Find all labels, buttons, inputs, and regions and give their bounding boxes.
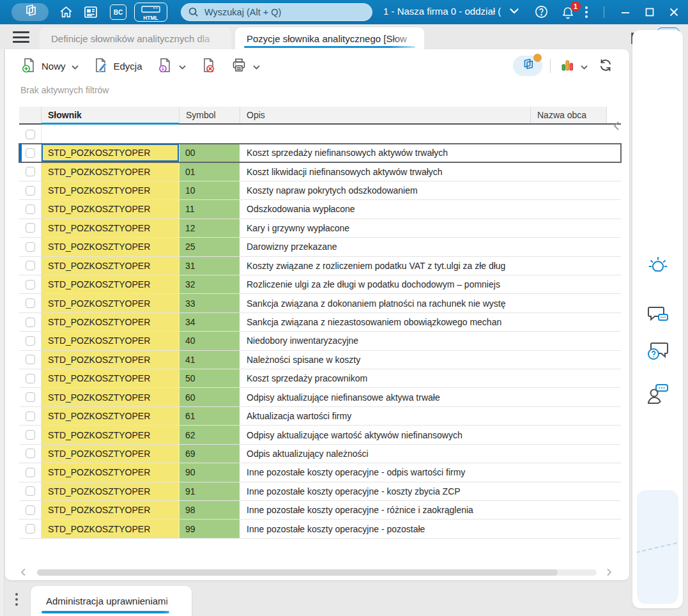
cell-symbol[interactable]: 25 bbox=[180, 238, 240, 256]
cell-opis[interactable]: Odpisy aktualizujące niefinansowe aktywa… bbox=[240, 388, 531, 406]
help-center-button[interactable] bbox=[646, 341, 670, 365]
column-header-slownik[interactable]: Słownik bbox=[42, 107, 180, 123]
table-row[interactable]: STD_POZKOSZTYOPER 91 Inne pozostałe kosz… bbox=[19, 482, 621, 501]
table-row[interactable]: STD_POZKOSZTYOPER 01 Koszt likwidacji ni… bbox=[19, 162, 621, 181]
cell-slownik[interactable]: STD_POZKOSZTYOPER bbox=[42, 351, 180, 369]
cell-nazwa-obca[interactable] bbox=[531, 200, 607, 218]
news-button[interactable] bbox=[83, 5, 98, 22]
row-checkbox[interactable] bbox=[26, 374, 35, 383]
table-row[interactable]: STD_POZKOSZTYOPER 90 Inne pozostałe kosz… bbox=[19, 463, 621, 482]
cell-symbol[interactable]: 10 bbox=[180, 181, 240, 199]
cell-slownik[interactable]: STD_POZKOSZTYOPER bbox=[42, 482, 180, 500]
row-checkbox[interactable] bbox=[26, 204, 35, 214]
cell-nazwa-obca[interactable] bbox=[531, 501, 607, 519]
scroll-left-arrow[interactable] bbox=[20, 568, 26, 578]
row-checkbox[interactable] bbox=[26, 468, 35, 477]
table-row[interactable]: STD_POZKOSZTYOPER 32 Rozliczenie ulgi za… bbox=[19, 275, 621, 294]
cell-nazwa-obca[interactable] bbox=[531, 313, 607, 331]
help-button[interactable] bbox=[534, 4, 549, 22]
home-button[interactable] bbox=[59, 5, 73, 22]
cell-slownik[interactable]: STD_POZKOSZTYOPER bbox=[42, 294, 180, 312]
chart-button[interactable] bbox=[558, 55, 589, 77]
cell-symbol[interactable]: 99 bbox=[180, 520, 240, 537]
cell-nazwa-obca[interactable] bbox=[531, 445, 607, 463]
cell-opis[interactable]: Koszt likwidacji niefinansowych aktywów … bbox=[240, 162, 531, 180]
cell-slownik[interactable]: STD_POZKOSZTYOPER bbox=[42, 332, 180, 350]
cell-symbol[interactable]: 60 bbox=[180, 388, 240, 406]
workspaces-button[interactable] bbox=[11, 3, 49, 21]
tab-definicje-slownikow[interactable]: Definicje słowników analitycznych dla bbox=[40, 27, 231, 49]
cell-opis[interactable]: Koszty napraw pokrytych odszkodowaniem bbox=[240, 181, 531, 199]
main-menu-button[interactable] bbox=[13, 31, 29, 44]
table-row[interactable]: STD_POZKOSZTYOPER 60 Odpisy aktualizując… bbox=[19, 388, 621, 406]
table-row[interactable]: STD_POZKOSZTYOPER 98 Inne pozostałe kosz… bbox=[19, 501, 621, 520]
cell-slownik[interactable]: STD_POZKOSZTYOPER bbox=[42, 407, 180, 425]
table-row[interactable]: STD_POZKOSZTYOPER 00 Koszt sprzedaży nie… bbox=[19, 144, 621, 162]
cell-symbol[interactable]: 33 bbox=[180, 294, 240, 312]
cell-opis[interactable]: Kary i grzywny wypłacone bbox=[240, 219, 531, 237]
edit-button[interactable]: Edycja bbox=[88, 54, 148, 78]
row-checkbox[interactable] bbox=[26, 486, 35, 496]
maximize-button[interactable] bbox=[643, 5, 657, 19]
cell-nazwa-obca[interactable] bbox=[531, 351, 607, 369]
column-header-nazwa-obca[interactable]: Nazwa obca bbox=[531, 107, 607, 123]
cell-nazwa-obca[interactable] bbox=[531, 294, 607, 312]
filter-cell-symbol[interactable] bbox=[180, 125, 240, 144]
column-header-symbol[interactable]: Symbol bbox=[180, 107, 240, 123]
cell-symbol[interactable]: 32 bbox=[180, 275, 240, 293]
table-row[interactable]: STD_POZKOSZTYOPER 40 Niedobory inwentary… bbox=[19, 332, 621, 350]
cell-nazwa-obca[interactable] bbox=[531, 482, 607, 500]
cell-opis[interactable]: Koszty związane z rozliczeniem podatku V… bbox=[240, 257, 531, 275]
row-checkbox[interactable] bbox=[26, 167, 35, 176]
table-row[interactable]: STD_POZKOSZTYOPER 33 Sankcja związana z … bbox=[19, 294, 621, 312]
cell-nazwa-obca[interactable] bbox=[531, 238, 607, 256]
row-checkbox[interactable] bbox=[26, 298, 35, 308]
cell-opis[interactable]: Koszt sprzedaży pracownikom bbox=[240, 369, 531, 387]
row-checkbox[interactable] bbox=[26, 261, 35, 270]
cell-symbol[interactable]: 31 bbox=[180, 257, 240, 275]
view-mode-button[interactable] bbox=[513, 56, 542, 76]
cell-symbol[interactable]: 34 bbox=[180, 313, 240, 331]
refresh-button[interactable] bbox=[597, 55, 615, 77]
search-input[interactable]: Wyszukaj (Alt + Q) bbox=[181, 3, 372, 21]
cell-symbol[interactable]: 69 bbox=[180, 445, 240, 463]
cell-opis[interactable]: Aktualizacja wartości firmy bbox=[240, 407, 531, 425]
row-checkbox[interactable] bbox=[26, 280, 35, 289]
cell-slownik[interactable]: STD_POZKOSZTYOPER bbox=[42, 238, 180, 256]
cell-nazwa-obca[interactable] bbox=[531, 520, 607, 537]
table-row[interactable]: STD_POZKOSZTYOPER 12 Kary i grzywny wypł… bbox=[19, 219, 621, 238]
table-row[interactable]: STD_POZKOSZTYOPER 41 Należności spisane … bbox=[19, 351, 621, 369]
cell-slownik[interactable]: STD_POZKOSZTYOPER bbox=[42, 219, 180, 237]
cell-symbol[interactable]: 41 bbox=[180, 351, 240, 369]
table-row[interactable]: STD_POZKOSZTYOPER 62 Odpisy aktualizując… bbox=[19, 426, 621, 444]
cell-slownik[interactable]: STD_POZKOSZTYOPER bbox=[42, 257, 180, 275]
cell-opis[interactable]: Inne pozostałe koszty operacyjne - pozos… bbox=[240, 520, 531, 537]
consultant-button[interactable] bbox=[646, 383, 670, 408]
cell-slownik[interactable]: STD_POZKOSZTYOPER bbox=[42, 181, 180, 199]
cell-slownik[interactable]: STD_POZKOSZTYOPER bbox=[42, 275, 180, 293]
scrollbar-thumb[interactable] bbox=[37, 569, 558, 576]
cell-slownik[interactable]: STD_POZKOSZTYOPER bbox=[42, 445, 180, 463]
cell-slownik[interactable]: STD_POZKOSZTYOPER bbox=[42, 426, 180, 443]
cell-nazwa-obca[interactable] bbox=[531, 257, 607, 275]
row-checkbox[interactable] bbox=[26, 186, 35, 196]
cell-opis[interactable]: Odszkodowania wypłacone bbox=[240, 200, 531, 218]
cell-nazwa-obca[interactable] bbox=[531, 463, 607, 481]
row-checkbox[interactable] bbox=[26, 505, 35, 515]
bottom-tab-administracja[interactable]: Administracja uprawnieniami bbox=[31, 586, 192, 616]
cell-slownik[interactable]: STD_POZKOSZTYOPER bbox=[42, 162, 180, 180]
bottom-menu-button[interactable] bbox=[15, 593, 18, 608]
cell-symbol[interactable]: 00 bbox=[180, 144, 240, 162]
cell-opis[interactable]: Koszt sprzedaży niefinansowych aktywów t… bbox=[240, 144, 531, 162]
cell-slownik[interactable]: STD_POZKOSZTYOPER bbox=[42, 369, 180, 387]
cell-symbol[interactable]: 91 bbox=[180, 482, 240, 500]
row-checkbox[interactable] bbox=[26, 318, 35, 327]
scrollbar-track[interactable] bbox=[37, 569, 597, 576]
row-checkbox[interactable] bbox=[26, 223, 35, 233]
cell-symbol[interactable]: 98 bbox=[180, 501, 240, 519]
tips-button[interactable] bbox=[646, 255, 669, 281]
tab-pozycje-slownika[interactable]: Pozycje słownika analitycznego [Słow bbox=[235, 27, 424, 49]
cell-nazwa-obca[interactable] bbox=[531, 275, 607, 293]
cell-opis[interactable]: Odpisy aktualizujące wartość aktywów nie… bbox=[240, 426, 531, 443]
close-button[interactable] bbox=[667, 5, 681, 19]
